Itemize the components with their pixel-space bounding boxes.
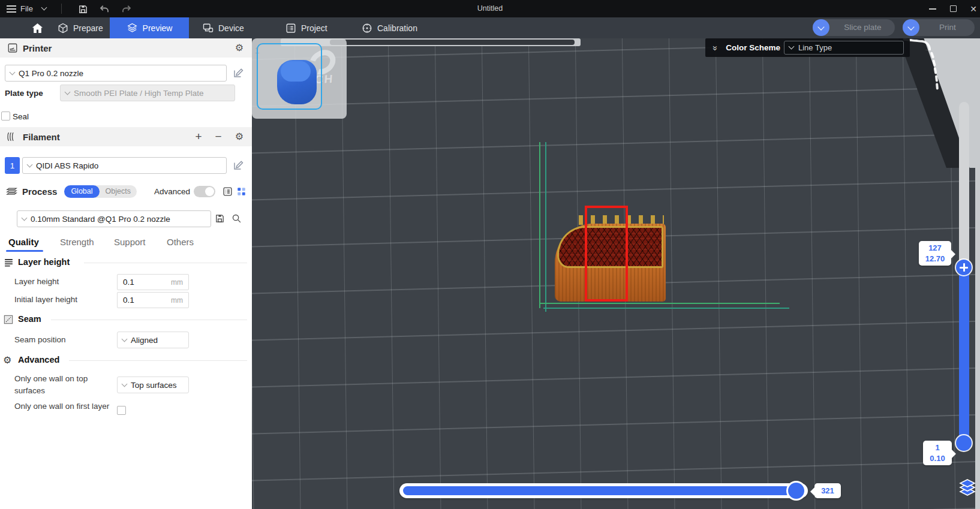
layer-height-unit: mm <box>171 278 183 287</box>
tab-quality[interactable]: Quality <box>8 237 39 247</box>
layer-slider-track-lower[interactable] <box>959 267 969 444</box>
plate-thumbnail-selected-outline[interactable] <box>257 43 322 110</box>
filament-section-header: Filament + − ⚙ <box>0 127 252 146</box>
add-filament-button[interactable]: + <box>195 130 202 143</box>
slice-options-chevron-icon[interactable] <box>813 19 829 36</box>
selection-clip-box[interactable] <box>585 206 628 302</box>
tab-device[interactable]: Device <box>203 17 255 38</box>
qidi-studio-window: File Untitled ✕ Prepare Preview <box>0 0 980 509</box>
process-icon <box>6 186 17 197</box>
printer-section-header: Printer ⚙ <box>0 38 252 58</box>
advanced-section-icon: ⚙ <box>3 356 11 365</box>
collapse-double-chevron-icon[interactable]: » <box>711 46 721 49</box>
chevron-down-icon <box>65 89 71 95</box>
preview-3d-viewport[interactable]: DITECH 1 » Color Scheme Line T <box>252 38 980 509</box>
initial-layer-height-label: Initial layer height <box>14 295 77 304</box>
section-divider <box>69 360 247 361</box>
advanced-mode-label: Advanced <box>154 187 190 196</box>
slice-plate-button[interactable]: Slice plate <box>813 19 895 36</box>
window-title: Untitled <box>0 0 980 17</box>
advanced-section-title: Advanced <box>18 355 59 365</box>
scene-background-edge <box>975 167 980 509</box>
move-slider-tooltip: 321 <box>814 483 841 498</box>
process-scope-toggle[interactable]: Global Objects <box>64 185 137 198</box>
guide-line-horizontal <box>539 303 780 304</box>
layer-slider-bottom-handle[interactable] <box>956 435 972 451</box>
minimize-button[interactable] <box>924 0 942 17</box>
color-scheme-bar: » Color Scheme Line Type <box>705 38 910 57</box>
initial-layer-height-input[interactable]: 0.1 mm <box>117 292 189 308</box>
tab-project[interactable]: Project <box>285 17 336 38</box>
filament-settings-gear-icon[interactable]: ⚙ <box>235 132 244 141</box>
home-button[interactable] <box>18 17 56 38</box>
slice-plate-label: Slice plate <box>831 19 895 36</box>
only-one-wall-first-checkbox[interactable] <box>117 406 126 415</box>
plate-thumbnail-card[interactable]: 1 <box>252 38 347 119</box>
chevron-down-icon <box>10 69 16 75</box>
move-slider-handle[interactable] <box>788 483 804 499</box>
seal-checkbox[interactable] <box>1 112 10 121</box>
tab-calibration[interactable]: Calibration <box>362 17 428 38</box>
print-button[interactable]: Print <box>903 19 975 36</box>
scope-global[interactable]: Global <box>64 185 99 198</box>
move-slider[interactable] <box>399 483 808 498</box>
guide-line-vertical <box>539 142 540 308</box>
maximize-icon <box>950 5 957 12</box>
printer-preset-select[interactable]: Q1 Pro 0.2 nozzle <box>5 65 227 82</box>
section-divider <box>84 263 247 263</box>
advanced-mode-switch[interactable] <box>194 186 215 197</box>
guide-line-horizontal <box>543 308 789 309</box>
prepare-cube-icon <box>58 23 68 34</box>
only-one-wall-top-select[interactable]: Top surfaces <box>117 377 189 393</box>
calibration-icon <box>362 23 372 34</box>
print-label: Print <box>921 19 975 36</box>
chevron-down-icon <box>22 215 28 221</box>
plate-type-select[interactable]: Smooth PEI Plate / High Temp Plate <box>60 85 235 101</box>
tab-prepare-label: Prepare <box>73 23 103 33</box>
process-preset-select[interactable]: 0.10mm Standard @Q1 Pro 0.2 nozzle <box>17 210 211 227</box>
seam-position-select[interactable]: Aligned <box>117 332 189 348</box>
layer-slider-track-upper[interactable] <box>959 102 969 267</box>
save-preset-icon[interactable] <box>215 213 225 224</box>
printer-section-title: Printer <box>23 43 52 53</box>
plate-type-label: Plate type <box>5 89 43 98</box>
preset-list-icon[interactable] <box>223 186 233 197</box>
tab-others[interactable]: Others <box>167 237 194 247</box>
layer-slider-top-handle[interactable] <box>956 260 972 275</box>
layer-height-input[interactable]: 0.1 mm <box>117 274 189 290</box>
bottom-layer-height: 0.10 <box>925 453 949 464</box>
edit-printer-icon[interactable] <box>233 68 244 79</box>
process-preset-value: 0.10mm Standard @Q1 Pro 0.2 nozzle <box>31 215 170 224</box>
scope-objects[interactable]: Objects <box>100 187 137 195</box>
tab-strength[interactable]: Strength <box>60 237 94 247</box>
remove-filament-button[interactable]: − <box>215 130 222 143</box>
process-section-title: Process <box>22 186 57 197</box>
layer-slider-bottom-tooltip: 1 0.10 <box>923 441 952 465</box>
filament-preset-select[interactable]: QIDI ABS Rapido <box>22 157 227 174</box>
tab-preview-label: Preview <box>143 23 173 33</box>
tab-calibration-label: Calibration <box>377 23 417 33</box>
tab-support[interactable]: Support <box>114 237 146 247</box>
edit-filament-icon[interactable] <box>233 160 244 171</box>
filament-slot-badge[interactable]: 1 <box>5 157 20 174</box>
plate-corner-dash <box>936 83 939 89</box>
layer-slider-top-tooltip: 127 12.70 <box>919 241 951 266</box>
print-options-chevron-icon[interactable] <box>903 19 919 36</box>
close-button[interactable]: ✕ <box>964 0 980 17</box>
initial-layer-height-value: 0.1 <box>123 296 134 305</box>
chevron-down-icon <box>789 44 795 50</box>
printer-settings-gear-icon[interactable]: ⚙ <box>235 43 244 53</box>
tab-prepare[interactable]: Prepare <box>58 17 108 38</box>
tab-preview[interactable]: Preview <box>110 17 189 38</box>
only-one-wall-top-value: Top surfaces <box>131 381 177 390</box>
tab-project-label: Project <box>301 23 327 33</box>
home-icon <box>32 23 43 34</box>
search-preset-icon[interactable] <box>232 213 242 224</box>
tab-device-label: Device <box>218 23 244 33</box>
layer-height-label: Layer height <box>14 277 59 286</box>
maximize-button[interactable] <box>944 0 962 17</box>
preview-layers-icon <box>127 23 138 34</box>
layers-view-icon[interactable] <box>955 477 980 502</box>
compare-presets-icon[interactable] <box>237 187 246 196</box>
line-type-select[interactable]: Line Type <box>784 41 904 55</box>
